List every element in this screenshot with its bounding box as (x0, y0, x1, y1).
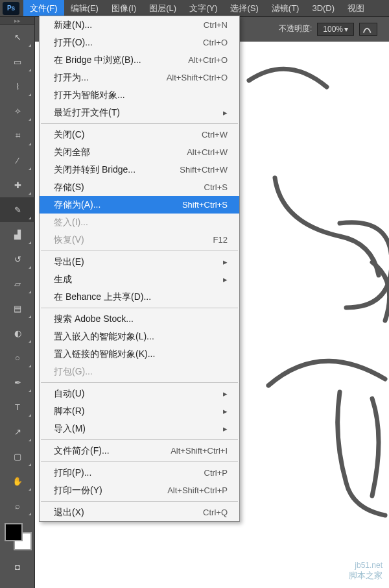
chevron-down-icon[interactable]: ▾ (344, 25, 348, 34)
menu-separator (41, 382, 238, 383)
menu-3[interactable]: 图层(L) (143, 0, 183, 16)
menu-6[interactable]: 滤镜(T) (265, 0, 306, 16)
move-tool[interactable]: ↖ (0, 25, 35, 49)
menu-separator (41, 308, 238, 308)
menu-item-label: 在 Bridge 中浏览(B)... (54, 55, 141, 66)
file-menu-item-13: 恢复(V)F12 (40, 231, 239, 249)
file-menu-item-8[interactable]: 关闭全部Alt+Ctrl+W (40, 143, 239, 161)
eraser-tool[interactable]: ▱ (0, 271, 35, 296)
menu-item-label: 搜索 Adobe Stock... (54, 313, 134, 325)
rectangle-tool[interactable]: ▢ (0, 444, 35, 469)
file-menu-item-33[interactable]: 退出(X)Ctrl+Q (40, 504, 239, 521)
file-menu-item-7[interactable]: 关闭(C)Ctrl+W (40, 126, 239, 143)
menu-separator (41, 461, 238, 462)
menu-item-label: 关闭(C) (54, 129, 84, 141)
file-menu-item-25[interactable]: 脚本(R)▸ (40, 402, 239, 420)
menu-item-shortcut: Shift+Ctrl+S (182, 200, 228, 210)
pressure-opacity-icon[interactable] (359, 23, 377, 36)
clone-stamp-tool[interactable]: ▟ (0, 222, 35, 247)
brush-tool[interactable]: ✎ (0, 197, 35, 222)
toolbox-grip[interactable]: ▸▸ (0, 17, 34, 25)
toolbox: ▸▸ ↖▭⌇✧⌗⁄✚✎▟↺▱▤◐○✒T↗▢✋⌕ ◘ (0, 17, 35, 588)
menu-item-label: 新建(N)... (54, 19, 92, 31)
dodge-tool[interactable]: ○ (0, 345, 35, 370)
menu-item-label: 退出(X) (54, 507, 84, 519)
menu-7[interactable]: 3D(D) (305, 0, 341, 16)
menu-item-label: 导出(E) (54, 256, 84, 268)
menu-item-shortcut: Ctrl+Q (203, 508, 228, 517)
file-menu-item-4[interactable]: 打开为智能对象... (40, 86, 239, 104)
lasso-tool[interactable]: ⌇ (0, 74, 35, 99)
file-menu-item-12: 签入(I)... (40, 214, 239, 231)
file-menu-item-31[interactable]: 打印一份(Y)Alt+Shift+Ctrl+P (40, 482, 239, 499)
file-menu-dropdown: 新建(N)...Ctrl+N打开(O)...Ctrl+O在 Bridge 中浏览… (39, 16, 240, 522)
file-menu-item-3[interactable]: 打开为...Alt+Shift+Ctrl+O (40, 69, 239, 86)
gradient-tool[interactable]: ▤ (0, 296, 35, 321)
opacity-field[interactable]: 100% ▾ (317, 23, 354, 36)
menu-2[interactable]: 图像(I) (105, 0, 143, 16)
blur-tool[interactable]: ◐ (0, 321, 35, 345)
history-brush-tool[interactable]: ↺ (0, 247, 35, 271)
magic-wand-tool[interactable]: ✧ (0, 99, 35, 123)
crop-tool[interactable]: ⌗ (0, 123, 35, 148)
menu-item-label: 置入嵌入的智能对象(L)... (54, 331, 154, 343)
zoom-tool[interactable]: ⌕ (0, 493, 35, 518)
menu-item-shortcut: Shift+Ctrl+W (180, 165, 228, 175)
file-menu-item-0[interactable]: 新建(N)...Ctrl+N (40, 16, 239, 34)
opacity-value: 100% (323, 25, 343, 34)
file-menu-item-10[interactable]: 存储(S)Ctrl+S (40, 178, 239, 196)
color-swatches[interactable] (3, 522, 32, 550)
file-menu-item-28[interactable]: 文件简介(F)...Alt+Shift+Ctrl+I (40, 442, 239, 459)
submenu-arrow-icon: ▸ (223, 424, 228, 434)
file-menu-item-19[interactable]: 搜索 Adobe Stock... (40, 310, 239, 328)
menu-item-label: 在 Behance 上共享(D)... (54, 291, 151, 303)
hand-tool[interactable]: ✋ (0, 469, 35, 493)
menu-item-shortcut: Ctrl+S (204, 182, 228, 192)
file-menu-item-22: 打包(G)... (40, 363, 239, 380)
file-menu-item-21[interactable]: 置入链接的智能对象(K)... (40, 345, 239, 363)
menu-item-label: 文件简介(F)... (54, 445, 110, 457)
file-menu-item-11[interactable]: 存储为(A)...Shift+Ctrl+S (40, 196, 239, 214)
menu-item-shortcut: Ctrl+P (204, 468, 228, 478)
menu-item-label: 导入(M) (54, 423, 86, 435)
menu-item-label: 脚本(R) (54, 406, 84, 417)
menu-item-shortcut: Ctrl+N (204, 20, 228, 30)
menu-separator (41, 251, 238, 251)
app-logo: Ps (3, 2, 19, 15)
file-menu-item-15[interactable]: 导出(E)▸ (40, 253, 239, 271)
file-menu-item-16[interactable]: 生成▸ (40, 271, 239, 288)
file-menu-item-26[interactable]: 导入(M)▸ (40, 420, 239, 437)
file-menu-item-20[interactable]: 置入嵌入的智能对象(L)... (40, 328, 239, 345)
menu-1[interactable]: 编辑(E) (64, 0, 105, 16)
eyedropper-tool[interactable]: ⁄ (0, 148, 35, 173)
file-menu-item-30[interactable]: 打印(P)...Ctrl+P (40, 464, 239, 482)
foreground-color-swatch[interactable] (5, 523, 23, 541)
file-menu-item-17[interactable]: 在 Behance 上共享(D)... (40, 288, 239, 306)
menu-item-label: 关闭并转到 Bridge... (54, 164, 136, 176)
menu-4[interactable]: 文字(Y) (183, 0, 224, 16)
file-menu-item-9[interactable]: 关闭并转到 Bridge...Shift+Ctrl+W (40, 161, 239, 178)
file-menu-item-2[interactable]: 在 Bridge 中浏览(B)...Alt+Ctrl+O (40, 51, 239, 69)
file-menu-item-1[interactable]: 打开(O)...Ctrl+O (40, 34, 239, 51)
file-menu-item-5[interactable]: 最近打开文件(T)▸ (40, 104, 239, 121)
menu-item-shortcut: Alt+Shift+Ctrl+O (167, 73, 228, 82)
menu-item-label: 打印(P)... (54, 467, 91, 479)
pen-tool[interactable]: ✒ (0, 370, 35, 395)
healing-brush-tool[interactable]: ✚ (0, 173, 35, 197)
menu-0[interactable]: 文件(F) (23, 0, 64, 16)
type-tool[interactable]: T (0, 395, 35, 419)
watermark: jb51.net 脚本之家 (349, 561, 383, 582)
file-menu-item-24[interactable]: 自动(U)▸ (40, 385, 239, 402)
quickmask-tool[interactable]: ◘ (0, 554, 35, 579)
menu-item-label: 存储(S) (54, 182, 84, 193)
menu-item-label: 打开为智能对象... (54, 90, 125, 101)
opacity-label: 不透明度: (279, 23, 312, 34)
marquee-tool[interactable]: ▭ (0, 49, 35, 74)
menu-5[interactable]: 选择(S) (224, 0, 265, 16)
path-selection-tool[interactable]: ↗ (0, 419, 35, 444)
menu-item-label: 打印一份(Y) (54, 485, 102, 496)
menu-item-label: 自动(U) (54, 388, 84, 400)
menu-8[interactable]: 视图 (341, 0, 371, 16)
submenu-arrow-icon: ▸ (223, 406, 228, 416)
menu-item-shortcut: Alt+Ctrl+W (187, 147, 228, 157)
